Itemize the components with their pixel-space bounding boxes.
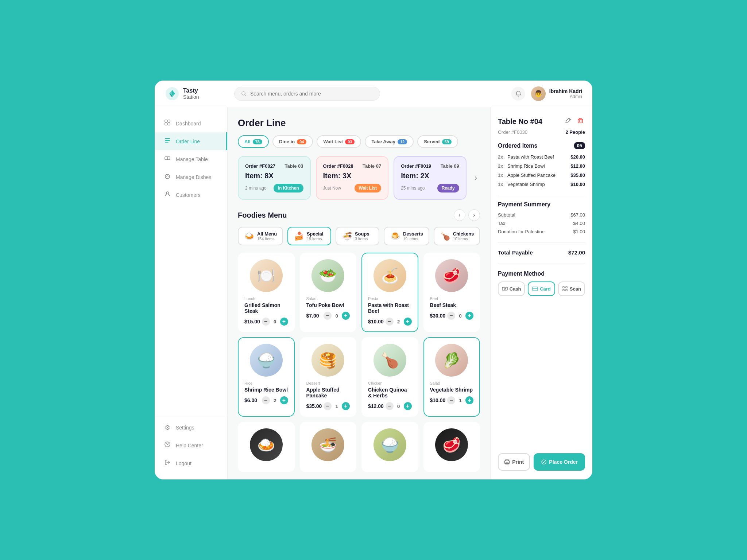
sidebar-item-dashboard[interactable]: Dashboard [155,114,227,132]
sidebar-label-logout: Logout [176,460,191,466]
sidebar-item-managedishes[interactable]: Manage Dishes [155,168,227,186]
qty-plus-7[interactable]: + [404,402,412,410]
panel-order-id: Order #F0030 [498,129,527,135]
sidebar-item-help[interactable]: Help Center [155,436,227,454]
dish-card-7[interactable]: 🍗 Chicken Chicken Quinoa & Herbs $12.00 … [361,337,418,417]
dish-card-3[interactable]: 🍝 Pasta Pasta with Roast Beef $10.00 − 2… [361,253,418,332]
filter-tab-takeaway[interactable]: Take Away 12 [365,135,414,148]
qty-minus-8[interactable]: − [447,396,455,404]
sidebar-item-logout[interactable]: Logout [155,454,227,472]
order-items-2: Item: 3X [323,172,382,180]
dish-card-10[interactable]: 🍜 [300,422,357,472]
sidebar-item-settings[interactable]: ⚙ Settings [155,419,227,436]
sidebar-item-orderline[interactable]: Order Line [155,132,227,150]
menu-cat-desserts[interactable]: 🍮 Desserts 19 items [384,227,429,245]
dish-img-7: 🍗 [374,344,406,377]
order-card-1[interactable]: Order #F0027 Table 03 Item: 8X 2 mins ag… [238,156,311,200]
dish-price-8: $10.00 [430,397,446,403]
qty-minus-2[interactable]: − [324,312,332,320]
qty-plus-1[interactable]: + [280,318,288,326]
dish-name-2: Tofu Poke Bowl [306,302,350,308]
menu-cat-chickens[interactable]: 🍗 Chickens 10 items [434,227,480,245]
svg-rect-2 [165,120,167,122]
qty-minus-1[interactable]: − [262,318,270,326]
order-card-2[interactable]: Order #F0028 Table 07 Item: 3X Just Now … [316,156,389,200]
badge-waitlist: 03 [345,139,355,144]
content-area: Order Line All 78 Dine in 04 Wait List 0… [228,107,490,479]
dish-card-1[interactable]: 🍽️ Lunch Grilled Salmon Steak $15.00 − 0… [238,253,295,332]
orders-next-btn[interactable]: › [472,156,480,200]
delete-table-btn[interactable] [576,116,585,127]
badge-takeaway: 12 [398,139,407,144]
menu-cat-all[interactable]: 🍛 All Menu 154 items [238,227,283,245]
qty-plus-6[interactable]: + [342,402,350,410]
notification-button[interactable] [511,87,525,101]
right-panel: Table No #04 [490,107,592,479]
place-order-btn[interactable]: Place Order [534,453,585,471]
dish-name-1: Grilled Salmon Steak [244,302,288,314]
dish-img-5: 🍚 [250,344,283,377]
sidebar-label-help: Help Center [176,443,203,448]
qty-minus-7[interactable]: − [386,402,394,410]
dish-card-4[interactable]: 🥩 Beef Beef Steak $30.00 − 0 + [423,253,480,332]
sidebar-item-customers[interactable]: Customers [155,186,227,204]
qty-plus-8[interactable]: + [465,396,473,404]
pay-scan-btn[interactable]: Scan [558,281,585,296]
sidebar-item-managetable[interactable]: Manage Table [155,150,227,168]
dish-card-8[interactable]: 🥬 Salad Vegetable Shrimp $10.00 − 1 + [423,337,480,417]
print-btn[interactable]: Print [498,453,530,471]
menu-cat-desserts-name: Desserts [403,231,423,237]
filter-tab-served[interactable]: Served 59 [417,135,458,148]
filter-tabs: All 78 Dine in 04 Wait List 03 Take Away… [238,135,480,148]
sidebar-label-dashboard: Dashboard [176,121,201,127]
dish-img-11: 🍚 [374,428,406,461]
filter-tab-waitlist[interactable]: Wait List 03 [317,135,361,148]
menu-prev-btn[interactable]: ‹ [454,209,465,221]
filter-tab-dinein[interactable]: Dine in 04 [272,135,313,148]
menu-cat-special[interactable]: 🍰 Special 19 items [287,227,331,245]
qty-minus-3[interactable]: − [386,318,394,326]
qty-minus-4[interactable]: − [447,312,455,320]
pay-card-btn[interactable]: Card [528,281,555,296]
app-subtitle: Station [183,94,199,100]
filter-tab-all[interactable]: All 78 [238,135,269,148]
print-icon [504,459,510,465]
search-bar[interactable] [234,87,380,101]
sidebar-label-managedishes: Manage Dishes [176,174,211,180]
qty-minus-6[interactable]: − [324,402,332,410]
user-profile[interactable]: 👨 Ibrahim Kadri Admin [531,86,582,101]
dish-price-3: $10.00 [368,319,384,324]
qty-minus-5[interactable]: − [262,396,270,404]
header-right: 👨 Ibrahim Kadri Admin [511,86,582,101]
search-icon [241,91,247,97]
dish-card-5[interactable]: 🍚 Rice Shrimp Rice Bowl $6.00 − 2 + [238,337,295,417]
order-items-3: Item: 2X [401,172,459,180]
dish-price-6: $35.00 [306,403,322,409]
pay-cash-btn[interactable]: Cash [498,281,525,296]
order-card-3[interactable]: Order #F0019 Table 09 Item: 2X 25 mins a… [394,156,467,200]
qty-plus-2[interactable]: + [342,312,350,320]
svg-point-17 [504,288,506,289]
svg-rect-4 [165,123,167,125]
menu-cat-soups[interactable]: 🍜 Soups 3 items [336,227,379,245]
search-input[interactable] [250,91,373,97]
qty-plus-4[interactable]: + [465,312,473,320]
dish-card-12[interactable]: 🥩 [423,422,480,472]
svg-point-12 [166,192,169,194]
edit-table-btn[interactable] [563,116,573,127]
panel-people: 2 People [566,129,585,135]
menu-next-btn[interactable]: › [468,209,480,221]
qty-plus-5[interactable]: + [280,396,288,404]
svg-rect-3 [168,120,170,122]
svg-rect-15 [578,119,582,123]
ordered-items-list: 2x Pasta with Roast Beef $20.00 2x Shrim… [498,154,585,191]
logo-area: Tasty Station [165,86,227,101]
dish-cat-3: Pasta [368,296,412,301]
svg-point-14 [167,446,168,447]
dish-card-6[interactable]: 🥞 Dessert Apple Stuffed Pancake $35.00 −… [300,337,357,417]
qty-plus-3[interactable]: + [404,318,412,326]
dish-card-9[interactable]: 🍛 [238,422,295,472]
dish-card-2[interactable]: 🥗 Salad Tofu Poke Bowl $7.00 − 0 + [300,253,357,332]
payment-summary-title: Payment Summery [498,201,585,208]
dish-card-11[interactable]: 🍚 [361,422,418,472]
